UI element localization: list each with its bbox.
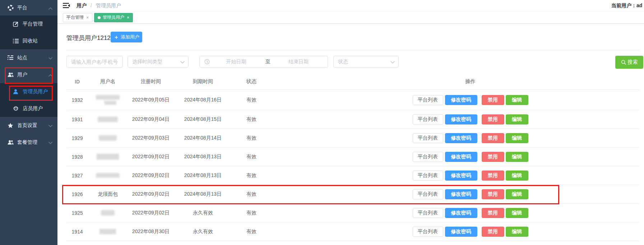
disable-button[interactable]: 禁用	[482, 227, 504, 237]
edit-button[interactable]: 编辑	[506, 189, 528, 199]
cell-expire-date: 2024年08月13日	[174, 154, 232, 160]
cell-id: 1932	[66, 97, 88, 103]
end-date-placeholder[interactable]: 结束日期	[273, 59, 324, 65]
breadcrumb: 用户 / 管理员用户	[77, 3, 121, 9]
cell-actions: 平台列表修改密码禁用编辑	[271, 171, 639, 181]
keyword-input[interactable]	[67, 59, 122, 65]
cell-username-redacted	[88, 210, 128, 215]
platform-list-button[interactable]: 平台列表	[413, 152, 443, 162]
sidebar-item-管理员用户[interactable]: 管理员用户	[0, 83, 57, 100]
sidebar-item-回收站[interactable]: 回收站	[0, 32, 57, 49]
cell-expire-date: 2024年08月13日	[174, 172, 232, 179]
keyword-input-wrapper	[66, 56, 123, 68]
disable-button[interactable]: 禁用	[482, 114, 504, 124]
close-icon[interactable]: ×	[86, 15, 89, 20]
disable-button[interactable]: 禁用	[482, 189, 504, 199]
sidebar-item-套餐管理[interactable]: 套餐管理	[0, 134, 57, 151]
cell-id: 1926	[66, 191, 88, 197]
users-icon	[8, 139, 14, 145]
status-select[interactable]: 状态	[333, 56, 399, 68]
cell-status: 有效	[232, 228, 271, 235]
change-password-button[interactable]: 修改密码	[445, 95, 477, 105]
edit-button[interactable]: 编辑	[506, 208, 528, 218]
edit-button[interactable]: 编辑	[506, 152, 528, 162]
chevron-down-icon	[48, 55, 52, 61]
cell-register-date: 2022年09月02日	[128, 172, 174, 179]
breadcrumb-users[interactable]: 用户	[77, 3, 87, 8]
cell-register-date: 2022年09月02日	[128, 191, 174, 198]
edit-button[interactable]: 编辑	[506, 95, 528, 105]
cell-register-date: 2022年09月02日	[128, 154, 174, 160]
cell-status: 有效	[232, 210, 271, 216]
table-row-1927: 19272022年09月02日2024年08月13日有效平台列表修改密码禁用编辑	[66, 166, 639, 185]
change-password-button[interactable]: 修改密码	[445, 227, 477, 237]
disable-button[interactable]: 禁用	[482, 208, 504, 218]
sidebar-item-label: 平台管理	[23, 21, 57, 27]
platform-list-button[interactable]: 平台列表	[413, 133, 443, 143]
breadcrumb-admin-users: 管理员用户	[96, 3, 121, 8]
table-row-1932: 19322022年09月05日2024年08月16日有效平台列表修改密码禁用编辑	[66, 90, 639, 110]
change-password-button[interactable]: 修改密码	[445, 208, 477, 218]
column-header-到期时间: 到期时间	[174, 78, 232, 85]
star-icon	[8, 122, 14, 128]
clerk-icon	[13, 105, 19, 112]
disable-button[interactable]: 禁用	[482, 152, 504, 162]
chevron-up-icon	[48, 72, 52, 78]
cell-register-date: 2022年09月03日	[128, 135, 174, 141]
chevron-down-icon	[180, 59, 185, 65]
hamburger-icon[interactable]	[63, 3, 70, 9]
change-password-button[interactable]: 修改密码	[445, 189, 477, 199]
sidebar-item-平台[interactable]: 平台	[0, 0, 57, 15]
platform-list-button[interactable]: 平台列表	[413, 95, 443, 105]
tab-平台管理[interactable]: 平台管理×	[63, 13, 92, 22]
redacted-username	[104, 101, 116, 105]
change-password-button[interactable]: 修改密码	[445, 171, 477, 181]
start-date-placeholder[interactable]: 开始日期	[210, 59, 263, 65]
platform-list-button[interactable]: 平台列表	[413, 227, 443, 237]
redacted-username	[96, 95, 120, 100]
table-header-row: ID用户名注册时间到期时间状态操作	[66, 74, 639, 90]
sidebar-item-用户[interactable]: 用户	[0, 66, 57, 83]
time-type-select[interactable]: 选择时间类型	[128, 56, 189, 68]
redacted-username	[101, 210, 115, 215]
column-header-label: 操作	[465, 78, 476, 85]
table-row-1929: 19292022年09月03日2024年08月14日有效平台列表修改密码禁用编辑	[66, 129, 639, 148]
page-content: 管理员用户1212 ＋ 添加用户 选择时间类型 开始日期 至 结束	[57, 24, 644, 245]
disable-button[interactable]: 禁用	[482, 95, 504, 105]
tab-管理员用户[interactable]: 管理员用户×	[94, 13, 133, 22]
status-placeholder: 状态	[338, 59, 348, 65]
disable-button[interactable]: 禁用	[482, 133, 504, 143]
change-password-button[interactable]: 修改密码	[445, 152, 477, 162]
search-button[interactable]: 搜索	[615, 56, 643, 69]
edit-button[interactable]: 编辑	[506, 227, 528, 237]
redacted-username	[99, 135, 117, 141]
edit-button[interactable]: 编辑	[506, 171, 528, 181]
cell-status: 有效	[232, 172, 271, 179]
column-header-用户名: 用户名	[88, 78, 128, 85]
platform-list-button[interactable]: 平台列表	[413, 208, 443, 218]
breadcrumb-separator: /	[91, 3, 92, 8]
platform-list-button[interactable]: 平台列表	[413, 189, 443, 199]
platform-list-button[interactable]: 平台列表	[413, 171, 443, 181]
cell-id: 1931	[66, 117, 88, 122]
edit-button[interactable]: 编辑	[506, 133, 528, 143]
tab-label: 管理员用户	[103, 14, 124, 21]
sidebar-item-店员用户[interactable]: 店员用户	[0, 100, 57, 117]
cell-id: 1928	[66, 154, 88, 160]
search-icon	[621, 60, 626, 65]
main-area: 用户 / 管理员用户 当前用户：ad 平台管理×管理员用户× 管理员用户1212…	[57, 0, 644, 245]
date-range-picker[interactable]: 开始日期 至 结束日期	[199, 56, 328, 68]
disable-button[interactable]: 禁用	[482, 171, 504, 181]
sidebar-item-站点[interactable]: 站点	[0, 49, 57, 66]
add-user-button[interactable]: ＋ 添加用户	[111, 32, 142, 42]
sidebar-item-平台管理[interactable]: 平台管理	[0, 15, 57, 32]
close-icon[interactable]: ×	[127, 15, 129, 20]
change-password-button[interactable]: 修改密码	[445, 114, 477, 124]
redacted-username	[97, 154, 119, 160]
cell-register-date: 2022年08月30日	[128, 228, 174, 235]
edit-button[interactable]: 编辑	[506, 114, 528, 124]
chevron-down-icon	[48, 123, 52, 128]
change-password-button[interactable]: 修改密码	[445, 133, 477, 143]
sidebar-item-首页设置[interactable]: 首页设置	[0, 117, 57, 134]
platform-list-button[interactable]: 平台列表	[413, 114, 443, 124]
